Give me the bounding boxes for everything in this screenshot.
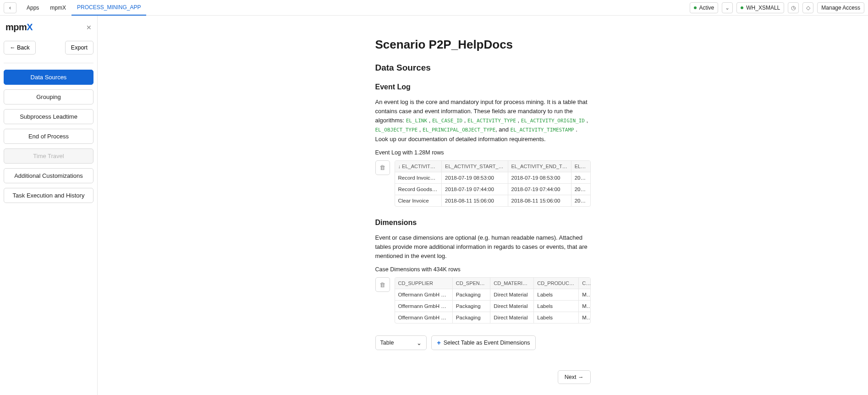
column-header[interactable]: ↓ EL_ACTIVITY_TYPE bbox=[395, 161, 442, 172]
column-header[interactable]: CD_ bbox=[579, 278, 590, 289]
column-header[interactable]: EL_ACTIVITY_END_TIMESTAMP bbox=[508, 161, 571, 172]
table-cell: Direct Material bbox=[490, 301, 534, 312]
table-cell: 2018-08-11 15:06:00 bbox=[442, 195, 508, 206]
logo: mpmX bbox=[5, 22, 33, 33]
add-event-dimensions-button[interactable]: + Select Table as Event Dimensions bbox=[431, 335, 536, 350]
column-header[interactable]: CD_SPEND_AREA bbox=[452, 278, 490, 289]
table-cell: Direct Material bbox=[490, 312, 534, 324]
table-cell: 2018-07-19 07:44:00 bbox=[508, 183, 571, 195]
table-cell: 200000 bbox=[571, 183, 590, 195]
plus-icon: + bbox=[437, 339, 441, 346]
sidebar-item-data-sources[interactable]: Data Sources bbox=[4, 70, 93, 85]
section-title: Data Sources bbox=[375, 63, 591, 73]
table-cell: Clear Invoice bbox=[395, 195, 442, 206]
table-cell: Packaging bbox=[452, 312, 490, 324]
sidebar-item-time-travel: Time Travel bbox=[4, 148, 93, 164]
code-field: EL_ACTIVITY_TIMESTAMP bbox=[511, 127, 574, 133]
warehouse-pill[interactable]: WH_XSMALL bbox=[736, 2, 784, 13]
table-cell: Labels bbox=[534, 301, 579, 312]
breadcrumb-apps[interactable]: Apps bbox=[21, 0, 44, 16]
table-cell: Record Goods Receipt bbox=[395, 183, 442, 195]
shield-icon: ◇ bbox=[806, 5, 810, 11]
sidebar-item-subprocess-leadtime[interactable]: Subprocess Leadtime bbox=[4, 109, 93, 124]
delete-event-log-button[interactable]: 🗑 bbox=[375, 160, 390, 175]
status-dot-icon bbox=[741, 6, 743, 9]
trash-icon: 🗑 bbox=[379, 164, 385, 171]
select-label: Table bbox=[380, 340, 394, 346]
table-row[interactable]: Record Invoice Receipt2018-07-19 08:53:0… bbox=[395, 172, 590, 183]
sidebar-item-end-of-process[interactable]: End of Process bbox=[4, 129, 93, 144]
manage-access-button[interactable]: Manage Access bbox=[817, 2, 864, 13]
table-cell: MEK bbox=[579, 301, 590, 312]
topbar: ‹ Apps mpmX PROCESS_MINING_APP Active ⌄ … bbox=[0, 0, 868, 16]
column-header[interactable]: CD_PRODUCT_CLASS bbox=[534, 278, 579, 289]
table-cell: 200000 bbox=[571, 195, 590, 206]
code-field: EL_PRINCIPAL_OBJECT_TYPE bbox=[423, 127, 495, 133]
table-cell: 2018-08-11 15:06:00 bbox=[508, 195, 571, 206]
table-row[interactable]: Clear Invoice2018-08-11 15:06:002018-08-… bbox=[395, 195, 590, 206]
status-pill[interactable]: Active bbox=[690, 2, 719, 13]
sidebar-item-grouping[interactable]: Grouping bbox=[4, 89, 93, 104]
dimensions-caption: Case Dimensions with 434K rows bbox=[375, 266, 591, 273]
topbar-right: Active ⌄ WH_XSMALL ◷ ◇ Manage Access bbox=[690, 2, 864, 13]
table-cell: Packaging bbox=[452, 301, 490, 312]
table-cell: Record Invoice Receipt bbox=[395, 172, 442, 183]
clock-icon: ◷ bbox=[791, 5, 796, 11]
event-log-description: An event log is the core and mandatory i… bbox=[375, 98, 591, 144]
back-button[interactable]: ← Back bbox=[4, 41, 36, 55]
status-dot-icon bbox=[694, 6, 697, 9]
code-field: EL_OBJECT_TYPE bbox=[375, 127, 418, 133]
code-field: EL_ACTIVITY_TYPE bbox=[467, 118, 516, 124]
topbar-back-button[interactable]: ‹ bbox=[4, 2, 16, 13]
sidebar-item-task-execution-and-history[interactable]: Task Execution and History bbox=[4, 188, 93, 203]
page-title: Scenario P2P_HelpDocs bbox=[375, 38, 591, 52]
column-header[interactable]: EL_LINK bbox=[571, 161, 590, 172]
event-log-table: ↓ EL_ACTIVITY_TYPEEL_ACTIVITY_START_TIME… bbox=[395, 160, 591, 207]
delete-dimensions-button[interactable]: 🗑 bbox=[375, 277, 390, 292]
chevron-left-icon: ‹ bbox=[9, 5, 11, 11]
close-icon[interactable]: ✕ bbox=[86, 24, 92, 31]
column-header[interactable]: EL_ACTIVITY_START_TIMESTAMP bbox=[442, 161, 508, 172]
dimensions-heading: Dimensions bbox=[375, 219, 591, 227]
table-cell: Offermann GmbH & Co. KG bbox=[395, 312, 453, 324]
code-field: EL_ACTIVITY_ORIGIN_ID bbox=[521, 118, 585, 124]
table-type-select[interactable]: Table ⌄ bbox=[375, 335, 427, 350]
table-cell: 200000 bbox=[571, 172, 590, 183]
table-cell: Packaging bbox=[452, 289, 490, 301]
shield-icon-button[interactable]: ◇ bbox=[802, 2, 813, 13]
table-cell: 2018-07-19 08:53:00 bbox=[442, 172, 508, 183]
column-header[interactable]: CD_SUPPLIER bbox=[395, 278, 453, 289]
event-log-heading: Event Log bbox=[375, 83, 591, 91]
table-row[interactable]: Offermann GmbH & Co. KGPackagingDirect M… bbox=[395, 312, 590, 324]
add-button-label: Select Table as Event Dimensions bbox=[444, 340, 530, 346]
table-row[interactable]: Record Goods Receipt2018-07-19 07:44:002… bbox=[395, 183, 590, 195]
event-log-caption: Event Log with 1.28M rows bbox=[375, 149, 591, 156]
breadcrumb-mpmx[interactable]: mpmX bbox=[44, 0, 71, 16]
code-field: EL_CASE_ID bbox=[432, 118, 462, 124]
table-cell: Labels bbox=[534, 312, 579, 324]
table-cell: MEK bbox=[579, 312, 590, 324]
table-cell: 2018-07-19 07:44:00 bbox=[442, 183, 508, 195]
sidebar-item-additional-customizations[interactable]: Additional Customizations bbox=[4, 168, 93, 183]
table-cell: MEK bbox=[579, 289, 590, 301]
main-content: Scenario P2P_HelpDocs Data Sources Event… bbox=[98, 16, 868, 395]
chevron-down-icon: ⌄ bbox=[417, 340, 422, 346]
topbar-left: ‹ Apps mpmX PROCESS_MINING_APP bbox=[4, 0, 146, 16]
table-cell: Labels bbox=[534, 289, 579, 301]
breadcrumb-app-name[interactable]: PROCESS_MINING_APP bbox=[71, 0, 146, 16]
dimensions-description: Event or case dimensions are optional (e… bbox=[375, 233, 591, 261]
export-button[interactable]: Export bbox=[65, 41, 93, 55]
column-header[interactable]: CD_MATERIAL_TYPE bbox=[490, 278, 534, 289]
next-button[interactable]: Next → bbox=[558, 370, 591, 384]
code-field: EL_LINK bbox=[406, 118, 427, 124]
dimensions-table: CD_SUPPLIERCD_SPEND_AREACD_MATERIAL_TYPE… bbox=[395, 277, 591, 324]
status-dropdown-button[interactable]: ⌄ bbox=[722, 2, 733, 13]
status-label: Active bbox=[699, 5, 714, 11]
table-cell: 2018-07-19 08:53:00 bbox=[508, 172, 571, 183]
table-cell: Direct Material bbox=[490, 289, 534, 301]
sidebar: mpmX ✕ ← Back Export Data SourcesGroupin… bbox=[0, 16, 98, 395]
table-cell: Offermann GmbH & Co. KG bbox=[395, 289, 453, 301]
table-row[interactable]: Offermann GmbH & Co. KGPackagingDirect M… bbox=[395, 289, 590, 301]
table-row[interactable]: Offermann GmbH & Co. KGPackagingDirect M… bbox=[395, 301, 590, 312]
clock-icon-button[interactable]: ◷ bbox=[788, 2, 799, 13]
